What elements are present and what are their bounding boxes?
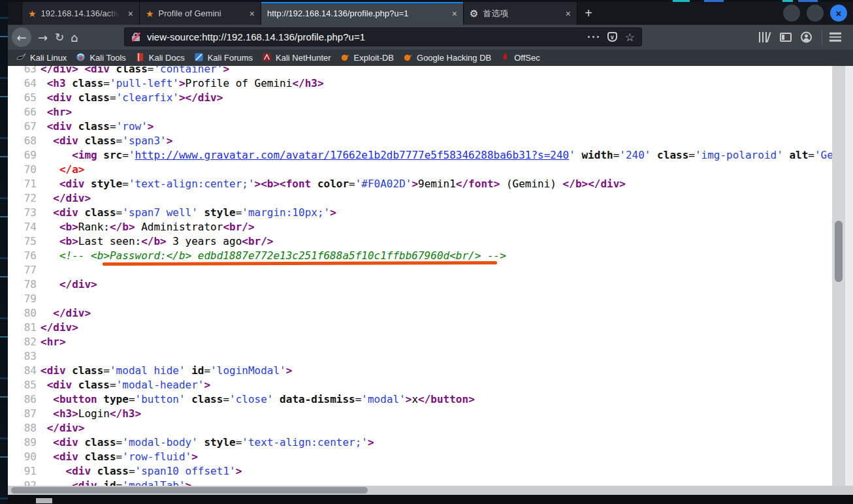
view-source-content: 63</div> <div class='container'>64 <h3 c… [8,66,853,486]
bookmark-star-icon[interactable]: ☆ [625,31,635,44]
tab-close-icon[interactable]: × [125,8,133,19]
offsec-favicon-icon [500,52,510,64]
line-number: 92 [8,479,37,486]
code-line-74: 74 <b>Rank:</b> Administrator<br/> [8,220,832,234]
code-line-87: 87 <h3>Login</h3> [8,407,832,421]
code-line-88: 88 </div> [8,421,832,435]
line-content: </div> [40,321,78,335]
back-button[interactable]: ← [12,27,31,47]
bookmark-item-kali-linux[interactable]: Kali Linux [12,50,71,66]
window-close-button[interactable]: × [830,5,847,22]
bookmark-item-kali-forums[interactable]: Kali Forums [189,50,257,66]
line-number: 88 [8,421,37,435]
tab-3[interactable]: http://192.168.14.136/profile.php?u=1× [261,2,464,25]
star-favicon-icon: ★ [28,8,37,19]
code-line-92: 92 <div id='modalTab'> [8,479,832,486]
reload-button[interactable]: ↻ [55,31,64,44]
code-line-71: 71 <div style='text-align:center;'><b><f… [8,177,832,191]
line-content: <div class='row'> [40,119,153,134]
source-link[interactable]: http://www.gravatar.com/avatar/17662e1b2… [135,149,570,161]
horizontal-scrollbar-thumb[interactable] [11,487,368,494]
line-content: <div class='modal hide' id='loginModal'> [40,364,292,378]
line-number: 74 [8,220,37,234]
code-line-91: 91 <div class='span10 offset1'> [8,464,832,479]
line-number: 91 [8,464,37,479]
line-number: 67 [8,119,37,134]
vertical-scrollbar[interactable] [832,66,845,486]
line-number: 72 [8,191,37,206]
line-content: <hr> [40,105,72,119]
forward-button[interactable]: → [38,31,48,44]
tab-bar: ★192.168.14.136/activate.php×★Profile of… [8,2,853,25]
code-line-73: 73 <div class='span7 well' style='margin… [8,206,832,220]
window-maximize-button[interactable] [807,5,824,22]
code-line-86: 86 <button type='button' class='close' d… [8,392,832,407]
source-code-area: 63</div> <div class='container'>64 <h3 c… [8,66,832,486]
code-line-63: 63</div> <div class='container'> [8,66,832,76]
line-content: </div> <div class='container'> [40,66,229,76]
library-icon[interactable] [758,32,771,42]
code-line-72: 72 </div> [8,191,832,206]
tab-4[interactable]: ⚙首选项× [464,2,577,25]
bookmark-label: Kali Linux [30,53,67,63]
kali-tools-favicon-icon [76,52,86,64]
bookmark-label: Kali Tools [89,53,125,63]
code-line-83: 83 [8,349,832,364]
new-tab-button[interactable]: + [577,2,600,25]
hamburger-menu-icon[interactable] [829,33,841,35]
bookmark-item-kali-docs[interactable]: Kali Docs [131,50,189,66]
bookmark-item-google-hacking-db[interactable]: Google Hacking DB [398,50,496,66]
bookmark-item-kali-tools[interactable]: Kali Tools [71,50,130,66]
line-content: <div class='modal-header'> [40,378,210,392]
url-bar[interactable]: view-source:http://192.168.14.136/profil… [124,27,642,46]
line-number: 90 [8,450,37,464]
bookmark-item-offsec[interactable]: OffSec [496,50,545,66]
horizontal-scrollbar[interactable] [8,486,853,495]
line-content: <h3 class='pull-left'>Profile of Gemini<… [40,76,324,91]
code-line-67: 67 <div class='row'> [8,119,832,134]
line-number: 66 [8,105,37,119]
line-content: <b>Last seen:</b> 3 years ago<br/> [40,234,273,249]
page-actions-icon[interactable] [588,36,600,39]
account-icon[interactable] [801,32,812,43]
url-text: view-source:http://192.168.14.136/profil… [147,31,365,42]
code-line-78: 78 </div> [8,277,832,292]
code-line-68: 68 <div class='span3'> [8,134,832,148]
home-button[interactable]: ⌂ [71,31,78,44]
line-content: <hr> [40,335,66,349]
bookmark-label: Google Hacking DB [417,53,491,63]
sidebar-icon[interactable] [780,33,792,42]
pocket-icon[interactable]: ∨ [607,32,617,42]
desktop-fragment [36,498,52,503]
bookmark-label: Kali Docs [149,53,185,63]
line-content: <img src='http://www.gravatar.com/avatar… [40,148,832,163]
line-number: 82 [8,335,37,349]
line-content: <div class='modal-body' style='text-alig… [40,435,374,450]
line-number: 78 [8,277,37,292]
kali-linux-favicon-icon [16,52,26,64]
line-number: 65 [8,91,37,105]
line-number: 87 [8,407,37,421]
tab-title: http://192.168.14.136/profile.php?u=1 [267,8,445,18]
line-content: </div> [40,306,91,321]
line-number: 85 [8,378,37,392]
tab-title: 192.168.14.136/activate.php [41,8,121,18]
line-number: 69 [8,148,37,163]
line-content: <button type='button' class='close' data… [40,392,475,407]
window-minimize-button[interactable] [783,5,800,22]
gear-favicon-icon: ⚙ [470,8,478,20]
tab-close-icon[interactable]: × [449,8,457,19]
bookmark-label: Exploit-DB [354,53,394,63]
tab-close-icon[interactable]: × [247,8,255,19]
code-line-89: 89 <div class='modal-body' style='text-a… [8,435,832,450]
source-code: 63</div> <div class='container'>64 <h3 c… [8,66,832,486]
tab-2[interactable]: ★Profile of Gemini× [140,2,261,25]
bookmark-item-exploit-db[interactable]: Exploit-DB [336,50,398,66]
tab-1[interactable]: ★192.168.14.136/activate.php× [22,2,140,25]
line-number: 83 [8,349,37,364]
bookmark-item-kali-nethunter[interactable]: Kali NetHunter [257,50,336,66]
tab-close-icon[interactable]: × [563,8,571,19]
vertical-scrollbar-thumb[interactable] [835,221,843,282]
tab-title: Profile of Gemini [159,8,242,18]
line-number: 76 [8,249,37,263]
